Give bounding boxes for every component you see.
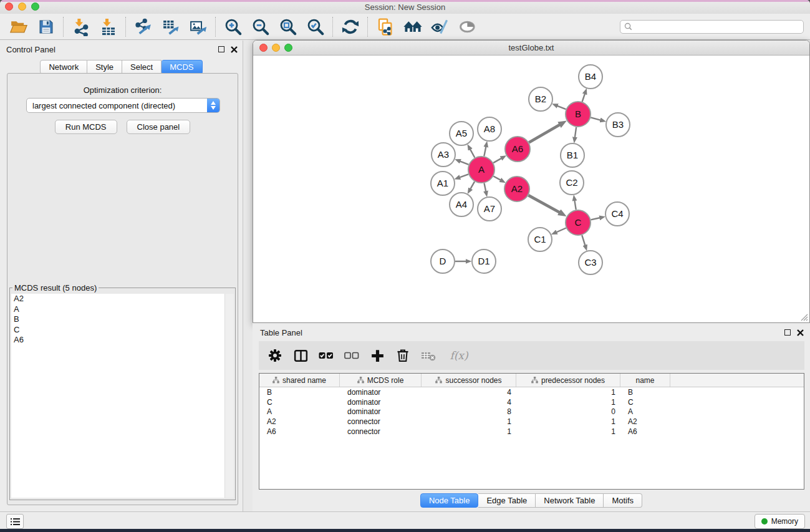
table-cell[interactable]: dominator <box>340 387 422 397</box>
delete-table-button[interactable] <box>420 346 437 365</box>
import-network-button[interactable] <box>67 15 95 39</box>
table-cell[interactable]: A <box>620 407 670 417</box>
table-cell[interactable]: 8 <box>422 407 516 417</box>
network-zoom-button[interactable] <box>284 44 292 52</box>
close-table-panel-icon[interactable] <box>797 329 804 336</box>
column-header-name[interactable]: name <box>620 374 670 387</box>
mcds-result-item[interactable]: A2 <box>11 294 234 304</box>
table-cell[interactable]: B <box>259 387 340 397</box>
mcds-result-item[interactable]: C <box>11 325 234 336</box>
graph-node-C2[interactable]: C2 <box>560 171 584 195</box>
graph-edge-A-A7[interactable] <box>484 183 486 191</box>
table-cell[interactable]: 1 <box>422 417 516 427</box>
table-row[interactable]: A2connector11A2 <box>259 417 804 427</box>
graph-node-B3[interactable]: B3 <box>606 113 630 137</box>
task-history-button[interactable] <box>6 514 24 529</box>
graph-edge-A6-B[interactable] <box>529 125 559 143</box>
clone-network-button[interactable] <box>372 15 399 39</box>
import-table-button[interactable] <box>95 15 122 39</box>
graph-node-A2[interactable]: A2 <box>504 177 529 201</box>
graph-edge-C-C3[interactable] <box>582 235 585 245</box>
column-header-MCDS-role[interactable]: MCDS role <box>340 374 422 387</box>
close-panel-button[interactable]: Close panel <box>127 120 191 134</box>
network-close-button[interactable] <box>259 44 268 52</box>
export-network-button[interactable] <box>130 15 157 39</box>
hide-eye-button[interactable] <box>427 15 454 39</box>
table-cell[interactable]: 4 <box>422 387 516 397</box>
table-cell[interactable]: connector <box>340 427 422 437</box>
table-cell[interactable]: A <box>259 407 340 417</box>
graph-edge-B-B4[interactable] <box>582 94 585 102</box>
table-cell[interactable]: 1 <box>516 417 620 427</box>
graph-edge-A-A4[interactable] <box>470 181 475 189</box>
network-minimize-button[interactable] <box>272 44 280 52</box>
search-input[interactable] <box>620 20 804 34</box>
graph-node-A4[interactable]: A4 <box>450 193 473 216</box>
zoom-out-button[interactable] <box>247 15 274 39</box>
graph-edge-B-B2[interactable] <box>557 106 566 109</box>
tab-mcds[interactable]: MCDS <box>162 60 202 74</box>
table-cell[interactable]: C <box>620 397 670 407</box>
deselect-all-button[interactable] <box>343 346 360 365</box>
graph-node-D[interactable]: D <box>431 249 455 273</box>
graph-edge-B-B1[interactable] <box>575 127 576 137</box>
table-cell[interactable]: 1 <box>516 387 620 397</box>
graph-edge-B-B3[interactable] <box>591 117 600 120</box>
result-scrollbar[interactable] <box>224 294 234 498</box>
graph-edge-A-A5[interactable] <box>470 149 475 157</box>
criterion-select[interactable]: largest connected component (directed) <box>26 98 220 113</box>
graph-edge-A-A8[interactable] <box>484 147 486 156</box>
export-table-button[interactable] <box>157 15 185 39</box>
table-cell[interactable]: A6 <box>259 427 340 437</box>
home-button[interactable] <box>399 15 427 39</box>
zoom-fit-button[interactable] <box>274 15 302 39</box>
table-cell[interactable]: A6 <box>620 427 670 437</box>
graph-node-B1[interactable]: B1 <box>561 143 584 167</box>
graph-node-A8[interactable]: A8 <box>478 117 501 141</box>
refresh-button[interactable] <box>337 15 364 39</box>
tab-style[interactable]: Style <box>87 60 122 74</box>
graph-edge-C-C1[interactable] <box>557 228 566 232</box>
graph-edge-A-A1[interactable] <box>460 174 468 177</box>
memory-button[interactable]: Memory <box>755 514 805 529</box>
save-session-button[interactable] <box>32 15 60 39</box>
table-cell[interactable]: 4 <box>422 397 516 407</box>
graph-node-C4[interactable]: C4 <box>605 202 629 226</box>
graph-node-C[interactable]: C <box>566 210 591 235</box>
table-row[interactable]: A6connector11A6 <box>259 427 804 437</box>
graph-node-D1[interactable]: D1 <box>472 249 496 273</box>
graph-node-A[interactable]: A <box>468 157 494 183</box>
table-cell[interactable]: dominator <box>340 407 422 417</box>
graph-edge-A-A3[interactable] <box>460 162 469 165</box>
table-cell[interactable]: 1 <box>516 427 620 437</box>
graph-edge-A2-C[interactable] <box>528 195 559 212</box>
table-cell[interactable]: dominator <box>340 397 422 407</box>
zoom-window-button[interactable] <box>31 2 39 11</box>
float-panel-icon[interactable] <box>218 46 224 52</box>
network-canvas[interactable]: AA1A2A3A4A5A6A7A8BB1B2B3B4CC1C2C3C4DD1 <box>253 56 809 322</box>
delete-row-button[interactable] <box>394 346 412 365</box>
graph-node-C3[interactable]: C3 <box>579 251 602 274</box>
open-session-button[interactable] <box>5 15 32 39</box>
show-eye-button[interactable] <box>454 15 481 39</box>
graph-edge-C-C2[interactable] <box>574 201 576 210</box>
graph-node-A5[interactable]: A5 <box>450 122 473 145</box>
tab-network[interactable]: Network <box>40 60 87 74</box>
close-panel-icon[interactable] <box>231 46 238 53</box>
table-row[interactable]: Cdominator41C <box>259 397 804 407</box>
column-header-shared-name[interactable]: shared name <box>259 374 340 387</box>
graph-node-A6[interactable]: A6 <box>505 137 530 162</box>
function-builder-button[interactable]: f(x) <box>445 346 473 365</box>
table-cell[interactable]: 1 <box>422 427 516 437</box>
mcds-result-item[interactable]: B <box>11 314 234 325</box>
table-cell[interactable]: A2 <box>259 417 340 427</box>
show-column-button[interactable] <box>292 346 309 365</box>
graph-edge-A-A6[interactable] <box>493 158 501 163</box>
search-text-field[interactable] <box>635 22 799 32</box>
table-row[interactable]: Adominator80A <box>259 407 804 417</box>
table-cell[interactable]: 0 <box>516 407 620 417</box>
graph-node-C1[interactable]: C1 <box>528 228 552 251</box>
tab-edge-table[interactable]: Edge Table <box>478 493 536 508</box>
graph-edge-C-C4[interactable] <box>591 218 599 220</box>
graph-node-B[interactable]: B <box>566 102 591 127</box>
